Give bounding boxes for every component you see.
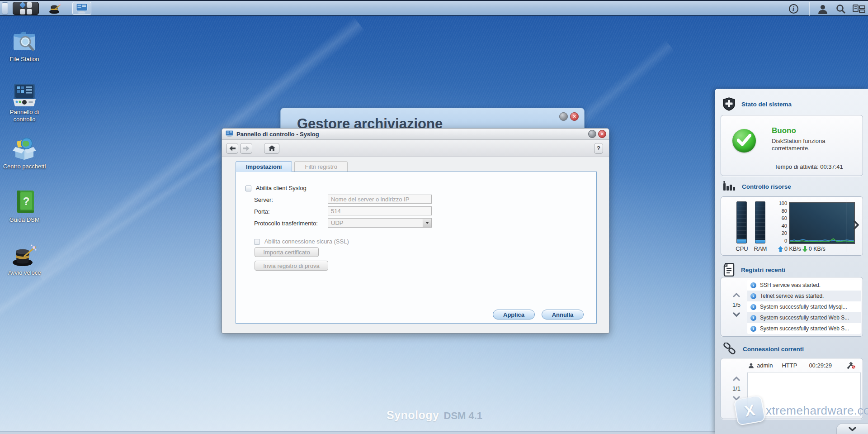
server-label: Server:	[254, 196, 273, 203]
user-icon	[748, 362, 754, 368]
expand-chevron-right-icon[interactable]	[853, 220, 859, 231]
dsm-version: DSM 4.1	[444, 410, 483, 422]
forward-arrow-icon	[243, 146, 250, 151]
page-up-icon[interactable]	[733, 293, 740, 297]
section-title: Connessioni correnti	[743, 346, 804, 353]
system-status-header[interactable]: Stato del sistema	[723, 97, 792, 111]
log-row: i System successfully started Mysql...	[747, 301, 861, 312]
page-up-icon[interactable]	[733, 377, 740, 381]
protocol-value: UDP	[331, 219, 343, 226]
desktop-icon-package-center[interactable]: Centro pacchetti	[3, 135, 46, 170]
chart-y-axis: 100 80 60 40 20 0	[772, 200, 787, 243]
document-icon	[723, 263, 735, 277]
search-button[interactable]	[832, 2, 850, 16]
enable-syslog-checkbox[interactable]	[245, 186, 251, 191]
dialog-control-panel-syslog: Pannello di controllo - Syslog ✕	[222, 128, 609, 334]
magic-hat-icon	[49, 3, 61, 14]
dialog-titlebar[interactable]: Pannello di controllo - Syslog ✕	[222, 129, 609, 140]
desktop-icon-label: File Station	[3, 56, 46, 63]
connection-user: admin	[757, 362, 773, 369]
desktop-icon-label: Guida DSM	[3, 216, 46, 224]
connections-header[interactable]: Connessioni correnti	[723, 343, 804, 355]
bar-chart-icon	[723, 181, 736, 192]
desktop-icon-quick-start[interactable]: Avvio veloce	[3, 242, 46, 277]
page-down-icon[interactable]	[733, 312, 740, 317]
home-icon	[269, 145, 275, 151]
dialog-body: Impostazioni Filtri registro Abilita cli…	[222, 157, 609, 334]
status-ok-icon	[732, 129, 756, 153]
control-panel-monitor-icon	[76, 3, 88, 14]
resource-monitor-header[interactable]: Controllo risorse	[723, 181, 791, 192]
connection-protocol: HTTP	[782, 362, 797, 369]
chevron-down-icon	[423, 219, 431, 227]
cpu-gauge	[736, 201, 747, 243]
pilot-view-button[interactable]	[850, 2, 868, 16]
show-desktop-button[interactable]	[2, 2, 8, 14]
dialog-title: Pannello di controllo - Syslog	[236, 131, 319, 138]
forward-button[interactable]	[240, 143, 252, 154]
back-button[interactable]	[226, 143, 238, 154]
info-button[interactable]: i	[784, 2, 802, 16]
synology-logo: Synology	[387, 409, 439, 422]
desktop-icon-control-panel[interactable]: Pannello di controllo	[3, 81, 46, 124]
pilot-view-icon	[853, 4, 865, 14]
info-icon: i	[750, 293, 756, 299]
log-row: i System successfully started Web S...	[747, 312, 861, 323]
desktop-icon-file-station[interactable]: File Station	[3, 28, 46, 63]
dialog-toolbar: ?	[222, 140, 609, 157]
desktop: i	[0, 0, 868, 434]
ssl-label: Abilita connessione sicura (SSL)	[264, 238, 349, 245]
server-input[interactable]	[328, 195, 432, 204]
home-button[interactable]	[264, 143, 279, 154]
xtremehardware-logo: X	[733, 395, 765, 426]
log-list: i SSH service was started. i Telnet serv…	[747, 280, 861, 334]
cpu-label: CPU	[735, 245, 749, 252]
taskbar: i	[0, 0, 868, 16]
cancel-button[interactable]: Annulla	[542, 310, 584, 320]
protocol-select[interactable]: UDP	[328, 218, 432, 228]
connection-time: 00:29:29	[809, 362, 832, 369]
search-icon	[835, 4, 846, 14]
send-test-log-button[interactable]: Invia registro di prova	[255, 261, 328, 271]
status-description: DiskStation funziona correttamente.	[772, 138, 855, 153]
download-arrow-icon	[802, 246, 807, 252]
tab-impostazioni[interactable]: Impostazioni	[236, 161, 292, 172]
user-button[interactable]	[814, 2, 832, 16]
apply-button[interactable]: Applica	[493, 310, 535, 320]
status-value: Buono	[772, 126, 796, 135]
ssl-checkbox[interactable]	[254, 239, 260, 245]
taskbar-control-panel-button[interactable]	[72, 2, 91, 15]
user-icon	[817, 4, 828, 14]
minimize-button[interactable]	[588, 130, 596, 138]
import-certificate-button[interactable]: Importa certificato	[255, 247, 319, 257]
dsm-help-icon: ?	[13, 191, 36, 214]
tab-filtri-registro[interactable]: Filtri registro	[294, 161, 348, 172]
close-icon[interactable]: ✕	[570, 112, 579, 121]
port-label: Porta:	[254, 208, 270, 215]
log-row: i Telnet service was started.	[747, 291, 861, 301]
page-indicator: 1/1	[732, 385, 741, 392]
settings-panel: Abilita client Syslog Server: Porta: Pro…	[236, 172, 597, 324]
minimize-button[interactable]	[559, 112, 568, 121]
recent-logs-card: 1/5 i SSH service was started. i Telnet …	[721, 277, 863, 337]
xtremehardware-watermark: xtremehardware.com	[766, 404, 868, 418]
desktop-icon-dsm-help[interactable]: ? Guida DSM	[3, 189, 46, 224]
port-input[interactable]	[328, 206, 432, 215]
package-center-icon	[12, 137, 37, 161]
log-row: i System successfully started Web S...	[747, 323, 861, 334]
taskbar-quick-launch-button[interactable]	[46, 2, 65, 15]
shield-icon	[723, 97, 735, 111]
help-button[interactable]: ?	[594, 143, 603, 154]
control-panel-monitor-icon	[226, 130, 233, 138]
main-menu-button[interactable]	[13, 2, 39, 15]
card-divider	[846, 200, 846, 252]
info-icon: i	[750, 315, 756, 321]
brand-watermark: Synology DSM 4.1	[387, 409, 482, 422]
recent-logs-header[interactable]: Registri recenti	[723, 263, 785, 277]
disconnect-user-icon[interactable]	[847, 362, 855, 371]
taskbar-divider	[809, 2, 809, 16]
system-status-card: Buono DiskStation funziona correttamente…	[721, 115, 863, 176]
sidebar-collapse-button[interactable]	[836, 423, 868, 434]
close-icon[interactable]: ✕	[598, 130, 606, 138]
file-station-icon	[12, 30, 37, 53]
